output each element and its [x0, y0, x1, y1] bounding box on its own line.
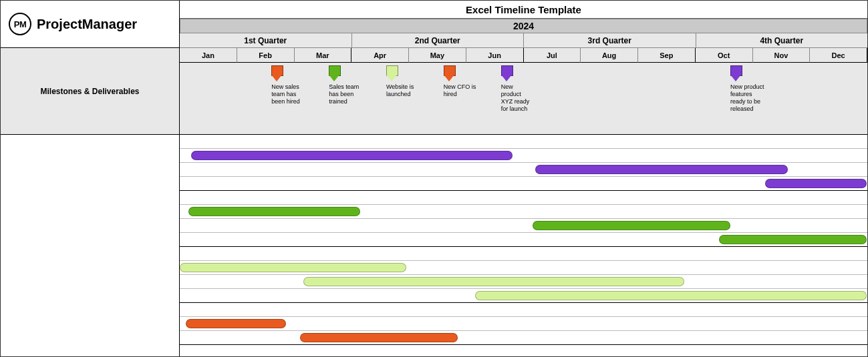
quarter-header: 3rd Quarter	[524, 33, 696, 48]
month-header: Jan	[180, 48, 237, 63]
milestone-label: New sales team has been hired	[271, 83, 321, 105]
page-title: Excel Timeline Template	[180, 1, 867, 19]
month-header: Dec	[810, 48, 867, 63]
month-header: Jul	[524, 48, 581, 63]
milestone: New product features ready to be release…	[730, 65, 780, 113]
month-header: Aug	[581, 48, 638, 63]
milestone-arrow-icon	[444, 65, 454, 81]
milestone-label: Sales team has been trained	[329, 83, 379, 105]
brand-initials: PM	[14, 19, 27, 29]
milestones-header: Milestones & Deliverables	[1, 48, 179, 135]
task-row: Develop and launch a website	[180, 261, 867, 275]
quarter-row: 1st Quarter2nd Quarter3rd Quarter4th Qua…	[180, 33, 867, 48]
brand-box: PM ProjectManager	[1, 1, 179, 48]
quarter-header: 2nd Quarter	[352, 33, 525, 48]
milestone-arrow-icon	[730, 65, 741, 81]
gantt-bar	[535, 165, 788, 174]
task-row: Hire CFO	[180, 331, 867, 345]
task-row: Deploy new lead scoring system	[180, 233, 867, 247]
milestone-label: New product XYZ ready for launch	[501, 83, 551, 113]
month-header: Sep	[638, 48, 696, 63]
gantt-bar	[191, 151, 513, 160]
section-header: HR	[180, 303, 867, 317]
month-row: JanFebMarAprMayJunJulAugSepOctNovDec	[180, 48, 867, 63]
timeline-template: PM ProjectManager Milestones & Deliverab…	[0, 0, 868, 357]
month-header: Mar	[295, 48, 352, 63]
gantt-bar	[533, 221, 730, 230]
milestone-label: Website is launched	[386, 83, 436, 98]
milestone-band: New sales team has been hiredSales team …	[180, 63, 867, 135]
main-column: Excel Timeline Template 2024 1st Quarter…	[180, 1, 867, 356]
gantt-bar	[188, 207, 361, 216]
task-row: Create new features for product ABC	[180, 163, 867, 177]
section-header: Marketing	[180, 247, 867, 261]
month-header: Nov	[753, 48, 811, 63]
quarter-header: 1st Quarter	[180, 33, 352, 48]
month-header: Oct	[696, 48, 753, 63]
milestone-arrow-icon	[386, 65, 397, 81]
task-row: Deploy marketing strategy for XYZ	[180, 275, 867, 289]
task-row: Develop new product XYZ	[180, 149, 867, 163]
milestone-arrow-icon	[501, 65, 512, 81]
section-header: Sales	[180, 191, 867, 205]
milestone-arrow-icon	[329, 65, 339, 81]
milestone-arrow-icon	[271, 65, 282, 81]
milestone: Website is launched	[386, 65, 436, 98]
task-row: Optimize production floor layout	[180, 177, 867, 191]
milestone: New product XYZ ready for launch	[501, 65, 551, 113]
side-column: PM ProjectManager Milestones & Deliverab…	[1, 1, 180, 356]
milestone: New sales team has been hired	[271, 65, 321, 105]
gantt-bar	[186, 319, 286, 328]
gantt-bar	[303, 277, 685, 286]
month-header: Feb	[237, 48, 295, 63]
gantt-bar	[765, 179, 867, 188]
task-row: Deploy marketing strategy for ABC new fe…	[180, 289, 867, 303]
gantt-bar	[475, 291, 867, 300]
milestone-label: New CFO is hired	[444, 83, 494, 98]
month-header: Jun	[466, 48, 524, 63]
gantt-bar	[300, 333, 458, 342]
month-header: Apr	[351, 48, 409, 63]
gantt-bar	[719, 235, 867, 244]
milestone: Sales team has been trained	[329, 65, 379, 105]
brand-logo-icon: PM	[9, 13, 31, 35]
brand-name: ProjectManager	[37, 17, 137, 32]
section-header: Product	[180, 135, 867, 149]
quarter-header: 4th Quarter	[696, 33, 868, 48]
gantt-bar	[180, 263, 406, 272]
year-header: 2024	[180, 19, 867, 33]
gantt-area: ProductDevelop new product XYZCreate new…	[180, 135, 867, 356]
task-row: Product XYZ launch	[180, 219, 867, 233]
task-row: New hire training program	[180, 205, 867, 219]
task-row: Hire sales representatives	[180, 317, 867, 331]
milestone-label: New product features ready to be release…	[730, 83, 780, 113]
milestone: New CFO is hired	[444, 65, 494, 98]
month-header: May	[409, 48, 466, 63]
